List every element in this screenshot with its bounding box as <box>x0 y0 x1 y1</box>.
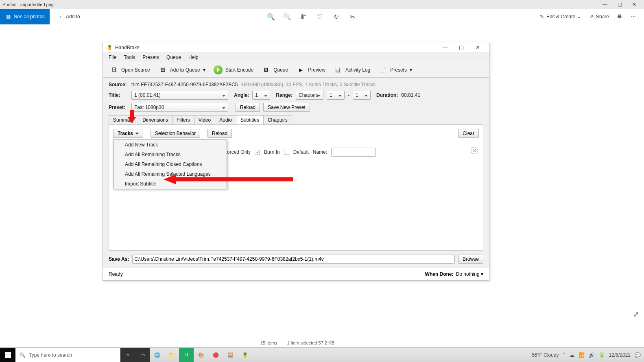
preview-button[interactable]: ▶ Preview <box>292 62 330 77</box>
tab-summary[interactable]: Summary <box>109 115 138 124</box>
play-icon <box>214 65 223 74</box>
td-app-icon[interactable]: td <box>179 348 194 362</box>
name-label: Name: <box>313 149 327 155</box>
save-new-preset-button[interactable]: Save New Preset <box>263 103 310 112</box>
tray-onedrive-icon[interactable]: ☁ <box>570 352 574 358</box>
log-icon: 📊 <box>334 65 343 74</box>
subtitle-name-input[interactable] <box>331 148 376 157</box>
status-ready: Ready <box>109 271 123 277</box>
zoom-out-icon[interactable]: 🔍 <box>284 13 290 20</box>
menu-file[interactable]: File <box>105 54 120 61</box>
hb-close[interactable]: ✕ <box>469 44 486 50</box>
weather-widget[interactable]: 56°F Cloudy <box>532 352 559 358</box>
hb-minimize[interactable]: — <box>437 44 453 50</box>
start-button[interactable] <box>0 348 15 362</box>
menu-presets[interactable]: Presets <box>139 54 162 61</box>
taskbar-search[interactable]: 🔍 Type here to search <box>15 348 120 362</box>
tab-dimensions[interactable]: Dimensions <box>138 115 172 124</box>
cortana-icon[interactable]: ○ <box>120 348 135 362</box>
see-all-label: See all photos <box>14 14 45 20</box>
source-label: Source: <box>109 82 128 87</box>
menu-add-remaining-cc[interactable]: Add All Remaining Closed Captions <box>114 159 227 169</box>
reload-button[interactable]: Reload <box>236 103 260 112</box>
hb-title: HandBrake <box>115 45 140 50</box>
share-button[interactable]: ↗ Share <box>588 13 609 20</box>
add-to-queue-button[interactable]: 🖼 Add to Queue ▾ <box>154 62 210 77</box>
menu-add-remaining-tracks[interactable]: Add All Remaining Tracks <box>114 150 227 159</box>
photos-close[interactable]: ✕ <box>627 2 642 7</box>
subtitle-track-row: orced Only ✓ Burn In Default Name: <box>227 148 376 157</box>
add-to-button[interactable]: ＋ Add to <box>52 13 85 20</box>
rotate-icon[interactable]: ↻ <box>333 13 339 20</box>
tab-audio[interactable]: Audio <box>215 115 236 124</box>
burn-in-label: Burn In <box>264 149 280 155</box>
start-encode-label: Start Encode <box>225 67 253 73</box>
duration-label: Duration: <box>376 92 398 98</box>
tab-video[interactable]: Video <box>194 115 215 124</box>
windows-taskbar: 🔍 Type here to search ○ ▭ 🌐 📁 td 🎨 🔴 🧮 🍍… <box>0 347 644 362</box>
start-encode-button[interactable]: Start Encode <box>210 62 258 77</box>
handbrake-taskbar-icon[interactable]: 🍍 <box>238 348 252 362</box>
menu-queue[interactable]: Queue <box>163 54 184 61</box>
queue-button[interactable]: 🖼 Queue <box>258 62 292 77</box>
range-type-combo[interactable]: Chapters <box>296 91 323 100</box>
angle-value: 1 <box>255 92 258 98</box>
saveas-input[interactable] <box>132 255 455 264</box>
menu-tools[interactable]: Tools <box>120 54 138 61</box>
taskview-icon[interactable]: ▭ <box>135 348 150 362</box>
explorer-icon[interactable]: 📁 <box>164 348 179 362</box>
open-source-label: Open Source <box>121 67 150 73</box>
activity-log-button[interactable]: 📊 Activity Log <box>330 62 374 77</box>
menu-add-new-track[interactable]: Add New Track <box>114 140 227 150</box>
range-from-combo[interactable]: 1 <box>327 91 345 100</box>
tray-battery-icon[interactable]: 🔋 <box>599 352 605 358</box>
selection-behavior-button[interactable]: Selection Behavior <box>151 129 200 138</box>
remove-track-button[interactable]: ✕ <box>471 147 478 154</box>
presets-button[interactable]: 📄 Presets ▾ <box>374 62 416 77</box>
reload-tracks-button[interactable]: Reload <box>207 129 232 138</box>
tray-wifi-icon[interactable]: 📶 <box>579 352 585 358</box>
expand-icon[interactable]: ⤢ <box>633 310 639 319</box>
see-all-photos-button[interactable]: ▦ See all photos <box>0 9 50 24</box>
tray-volume-icon[interactable]: 🔊 <box>589 352 595 358</box>
calculator-icon[interactable]: 🧮 <box>223 348 238 362</box>
burn-in-checkbox[interactable]: ✓ <box>255 150 260 155</box>
preset-combo[interactable]: Fast 1080p30 <box>131 103 228 112</box>
photos-minimize[interactable]: — <box>598 2 612 7</box>
activity-label: Activity Log <box>345 67 370 73</box>
zoom-in-icon[interactable]: 🔍 <box>268 13 274 20</box>
tab-filters[interactable]: Filters <box>172 115 194 124</box>
delete-icon[interactable]: 🗑 <box>300 13 307 20</box>
tab-chapters[interactable]: Chapters <box>263 115 292 124</box>
hb-maximize[interactable]: ▢ <box>453 44 469 50</box>
clear-button[interactable]: Clear <box>458 129 479 138</box>
more-icon[interactable]: ⋯ <box>630 13 637 20</box>
angle-combo[interactable]: 1 <box>252 91 270 100</box>
tray-chevron-icon[interactable]: ˄ <box>563 352 565 358</box>
menu-import-subtitle[interactable]: Import Subtitle <box>114 179 227 189</box>
default-checkbox[interactable] <box>284 150 289 155</box>
edge-icon[interactable]: 🌐 <box>150 348 164 362</box>
favorite-icon[interactable]: ♡ <box>317 13 323 20</box>
print-icon[interactable]: 🖶 <box>616 13 623 20</box>
when-done-value[interactable]: Do nothing ▾ <box>456 271 483 277</box>
tab-subtitles[interactable]: Subtitles <box>236 115 264 124</box>
range-to-combo[interactable]: 1 <box>353 91 371 100</box>
crop-icon[interactable]: ✂ <box>349 13 356 20</box>
edit-create-button[interactable]: ✎ Edit & Create ⌄ <box>539 13 581 20</box>
menu-add-remaining-langs[interactable]: Add All Remaining Selected Languages <box>114 169 227 179</box>
add-to-label: Add to <box>66 14 80 20</box>
title-label: Title: <box>109 92 128 98</box>
default-label: Default <box>293 149 309 155</box>
browse-button[interactable]: Browse <box>458 255 483 264</box>
menu-help[interactable]: Help <box>185 54 202 61</box>
title-combo[interactable]: 1 (00:01:41) <box>131 91 228 100</box>
app-icon-1[interactable]: 🎨 <box>194 348 208 362</box>
app-icon-2[interactable]: 🔴 <box>208 348 223 362</box>
notifications-icon[interactable]: 💬 <box>635 352 641 358</box>
windows-icon <box>5 352 11 358</box>
tracks-dropdown-button[interactable]: Tracks <box>113 129 143 138</box>
tracks-label: Tracks <box>118 131 133 136</box>
photos-maximize[interactable]: ▢ <box>612 2 627 7</box>
open-source-button[interactable]: 🎞 Open Source <box>105 62 154 77</box>
